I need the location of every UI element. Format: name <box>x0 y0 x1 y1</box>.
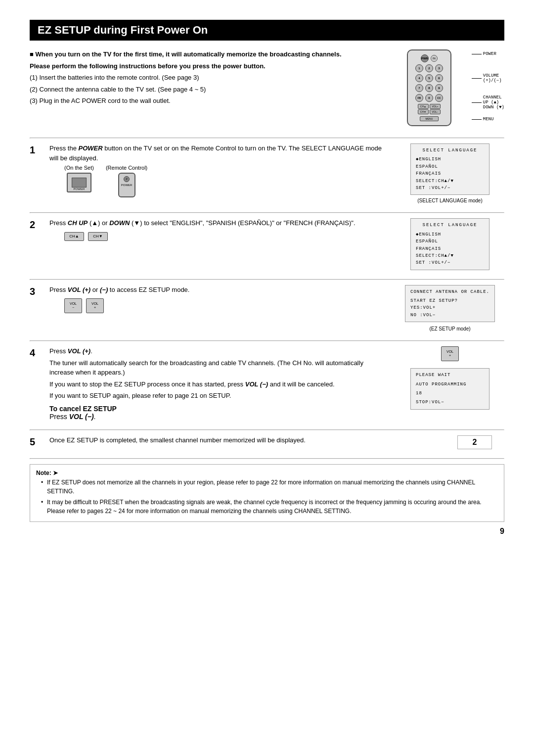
please-wait-screen: PLEASE WAIT AUTO PROGRAMMING 18 STOP:VOL… <box>410 368 490 410</box>
vol-minus-top: VOL <box>70 302 77 306</box>
power-label-tv: POWER <box>74 188 85 190</box>
note-item-2: It may be difficult to PRESET when the b… <box>41 498 498 516</box>
step-4-visual: VOL + PLEASE WAIT AUTO PROGRAMMING 18 ST… <box>396 346 504 410</box>
intro-diagram: PWR IN 1 2 3 4 5 6 7 8 9 <box>391 49 504 129</box>
step-1-number: 1 <box>30 144 42 156</box>
vol-minus-btn: VOL− <box>430 109 441 114</box>
note-item-1: If EZ SETUP does not memorize all the ch… <box>41 478 498 496</box>
step-3-buttons: VOL − VOL + <box>64 298 388 313</box>
step-2-row: 2 Press CH UP (▲) or DOWN (▼) to select … <box>30 218 504 270</box>
vol-plus-top: VOL <box>91 302 98 306</box>
remote-top-row: PWR IN <box>421 54 438 62</box>
btn-8: 8 <box>425 84 433 92</box>
step-3-content: Press VOL (+) or (−) to access EZ SETUP … <box>49 285 388 314</box>
step-4-content: Press VOL (+). The tuner will automatica… <box>49 346 388 421</box>
select-language-screen-2: SELECT LANGUAGE ◆ENGLISH ESPAÑOL FRANÇAI… <box>410 218 490 270</box>
step-4-text-0: Press VOL (+). <box>49 346 388 356</box>
step-2-content: Press CH UP (▲) or DOWN (▼) to select "E… <box>49 218 388 241</box>
intro-instructions: Please perform the following instruction… <box>30 61 381 71</box>
ch-down-btn: CH▼ <box>88 232 108 241</box>
step-4-text-3: If you want to SETUP again, please refer… <box>49 391 388 401</box>
divider-1 <box>30 138 504 139</box>
step-4-row: 4 Press VOL (+). The tuner will automati… <box>30 346 504 421</box>
screen-title-1: SELECT LANGUAGE <box>416 147 484 154</box>
note-list: If EZ SETUP does not memorize all the ch… <box>36 478 498 516</box>
step-2-number: 2 <box>30 219 42 231</box>
menu-btn: MENU <box>420 116 439 121</box>
btn-0: 0 <box>425 94 433 102</box>
step-4-text-2: If you want to stop the EZ SETUP process… <box>49 379 388 389</box>
screen-line-select-1: SELECT:CH▲/▼ <box>416 178 484 185</box>
intro-step3: (3) Plug in the AC POWER cord to the wal… <box>30 96 381 106</box>
screen-line-english-2: ◆ENGLISH <box>416 231 484 238</box>
step-1-diagram: (On the Set) POWER (Remote Control) P PO… <box>64 165 388 197</box>
vol-plus-btn: VOL+ <box>430 104 441 109</box>
please-wait-line: PLEASE WAIT <box>416 372 484 378</box>
ch-dn-vol-row: CH▼ VOL− <box>418 109 441 114</box>
step-1-screen: SELECT LANGUAGE ◆ENGLISH ESPAÑOL FRANÇAI… <box>396 143 504 203</box>
select-language-screen-1: SELECT LANGUAGE ◆ENGLISH ESPAÑOL FRANÇAI… <box>410 143 490 195</box>
vol-plus-sign: + <box>94 306 96 310</box>
remote-label: (Remote Control) <box>106 165 147 171</box>
screen-line-espanol-2: ESPAÑOL <box>416 238 484 245</box>
btn-9: 9 <box>435 84 443 92</box>
btn-1: 1 <box>415 64 423 72</box>
divider-2 <box>30 212 504 213</box>
btn-5: 5 <box>425 74 433 82</box>
screen-line-set-2: SET :VOL+/− <box>416 259 484 266</box>
divider-5 <box>30 429 504 430</box>
divider-4 <box>30 340 504 341</box>
power-btn: PWR <box>421 54 429 62</box>
channel-annotation: CHANNEL UP (▲) DOWN (▼) <box>472 95 504 110</box>
screen-title-2: SELECT LANGUAGE <box>416 222 484 229</box>
stop-vol-line: STOP:VOL− <box>416 399 484 406</box>
remote-power-label: POWER <box>121 184 133 187</box>
annotations: POWER VOLUME (+)/(−) CHANNEL UP (▲) DOWN… <box>468 49 504 124</box>
ez-setup-screen: CONNECT ANTENNA OR CABLE. START EZ SETUP… <box>405 285 495 323</box>
intro-section: ■ When you turn on the TV for the first … <box>30 49 504 129</box>
num-row1: 1 2 3 <box>415 64 443 72</box>
step-4-text-1: The tuner will automatically search for … <box>49 358 388 378</box>
ch-up-btn: CH▲ <box>64 232 84 241</box>
remote-icon: P POWER <box>118 173 135 197</box>
step-5-text: Once EZ SETUP is completed, the smallest… <box>49 435 437 445</box>
vol-plus-top-large: VOL <box>446 350 453 354</box>
step-2-buttons: CH▲ CH▼ <box>64 232 388 241</box>
start-ez-setup-line: START EZ SETUP? YES:VOL+ NO :VOL− <box>410 297 490 319</box>
step-2-text: Press CH UP (▲) or DOWN (▼) to select "E… <box>49 218 388 228</box>
intro-bullet: ■ When you turn on the TV for the first … <box>30 49 381 59</box>
intro-step1: (1) Insert the batteries into the remote… <box>30 73 381 83</box>
step-5-badge-area: 2 <box>445 435 504 449</box>
ch-vol-row: CH▲ VOL+ CH▼ VOL− <box>418 104 441 114</box>
step-3-number: 3 <box>30 286 42 297</box>
cha-btn: CH▲ <box>418 104 429 109</box>
channel-number-line: 18 <box>416 390 484 397</box>
divider-note <box>30 458 504 459</box>
ez-setup-footer: (EZ SETUP mode) <box>429 326 470 331</box>
step-1-row: 1 Press the POWER button on the TV set o… <box>30 143 504 203</box>
cancel-note: To cancel EZ SETUP Press VOL (−). <box>49 405 388 421</box>
extra-btn: CC <box>435 94 443 102</box>
step-5-row: 5 Once EZ SETUP is completed, the smalle… <box>30 435 504 449</box>
menu-row: MENU <box>420 116 439 121</box>
remote-power-btn: P <box>124 176 130 182</box>
screen-line-francais-1: FRANÇAIS <box>416 170 484 177</box>
input-btn: IN <box>431 55 438 62</box>
auto-programming-line: AUTO PROGRAMMING <box>416 381 484 388</box>
on-set-diagram: (On the Set) POWER <box>64 165 94 192</box>
divider-3 <box>30 279 504 280</box>
cancel-note-title: To cancel EZ SETUP <box>49 405 117 413</box>
num-row3: 7 8 9 <box>415 84 443 92</box>
step-5-number: 5 <box>30 436 42 448</box>
note-box: Note: ➤ If EZ SETUP does not memorize al… <box>30 464 504 522</box>
special-row: FB 0 CC <box>415 94 443 102</box>
volume-annotation: VOLUME (+)/(−) <box>472 73 504 83</box>
screen-line-espanol-1: ESPAÑOL <box>416 163 484 170</box>
screen-line-english-1: ◆ENGLISH <box>416 156 484 163</box>
step-2-screen: SELECT LANGUAGE ◆ENGLISH ESPAÑOL FRANÇAI… <box>396 218 504 270</box>
btn-7: 7 <box>415 84 423 92</box>
btn-6: 6 <box>435 74 443 82</box>
auto-programming-section: AUTO PROGRAMMING 18 STOP:VOL− <box>416 381 484 406</box>
screen-line-francais-2: FRANÇAIS <box>416 245 484 252</box>
step-3-screen: CONNECT ANTENNA OR CABLE. START EZ SETUP… <box>396 285 504 332</box>
